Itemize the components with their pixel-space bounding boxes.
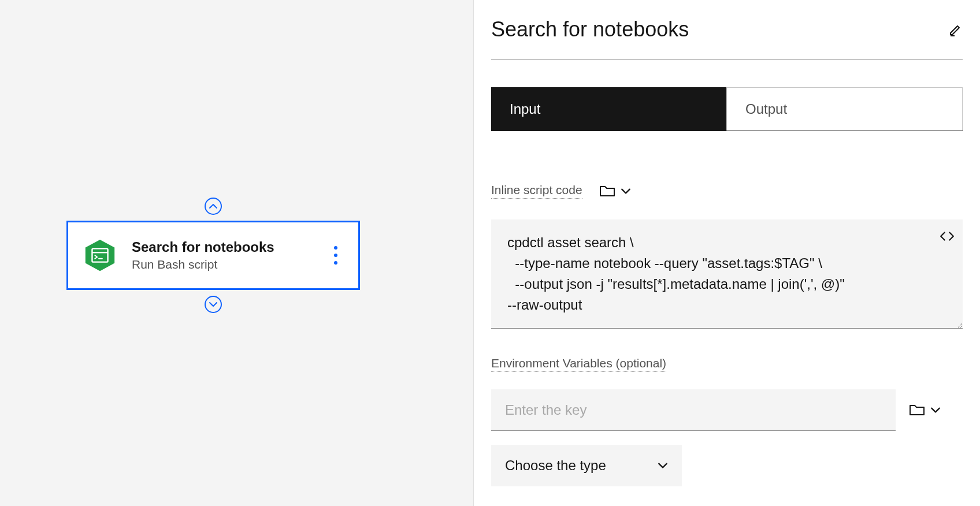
env-key-input[interactable]: [491, 389, 896, 431]
folder-icon: [910, 404, 925, 416]
node-subtitle: Run Bash script: [132, 256, 327, 273]
pipeline-canvas[interactable]: Search for notebooks Run Bash script: [0, 0, 474, 506]
panel-title: Search for notebooks: [491, 17, 689, 42]
bash-script-icon: [82, 237, 118, 273]
panel-header: Search for notebooks: [491, 17, 963, 59]
env-vars-label: Environment Variables (optional): [491, 356, 666, 372]
inline-script-label: Inline script code: [491, 183, 582, 199]
node-overflow-menu[interactable]: [327, 246, 344, 265]
chevron-up-icon: [209, 202, 218, 211]
properties-panel: Search for notebooks Input Output Inline…: [474, 0, 980, 506]
tab-output[interactable]: Output: [726, 87, 963, 131]
chevron-down-icon: [209, 300, 218, 309]
io-tabs: Input Output: [491, 87, 963, 131]
tab-input[interactable]: Input: [491, 87, 726, 131]
node-input-handle[interactable]: [205, 198, 222, 215]
script-code-wrapper: cpdctl asset search \ --type-name notebo…: [491, 219, 963, 329]
env-type-placeholder: Choose the type: [505, 457, 606, 474]
canvas-node-wrapper: Search for notebooks Run Bash script: [66, 198, 360, 313]
node-title: Search for notebooks: [132, 238, 327, 256]
node-text: Search for notebooks Run Bash script: [132, 238, 327, 273]
env-type-select[interactable]: Choose the type: [491, 445, 682, 486]
node-output-handle[interactable]: [205, 296, 222, 313]
script-source-picker[interactable]: [600, 185, 631, 198]
svg-marker-0: [86, 240, 114, 271]
folder-icon: [600, 185, 615, 198]
env-key-row: [491, 389, 963, 431]
pipeline-node-search-notebooks[interactable]: Search for notebooks Run Bash script: [66, 221, 360, 290]
chevron-down-icon: [930, 405, 941, 415]
code-expand-icon[interactable]: [940, 229, 955, 244]
script-label-row: Inline script code: [491, 183, 963, 199]
script-code-input[interactable]: cpdctl asset search \ --type-name notebo…: [491, 219, 963, 329]
edit-icon[interactable]: [949, 23, 963, 36]
env-source-picker[interactable]: [910, 404, 941, 416]
chevron-down-icon: [621, 186, 631, 196]
chevron-down-icon: [658, 460, 668, 471]
